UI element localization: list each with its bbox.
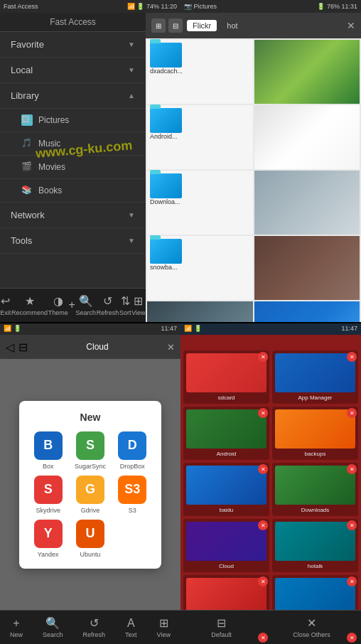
sort-button[interactable]: ⇅ Sort (119, 294, 131, 316)
recommend-label: Recommend (11, 309, 48, 316)
flickr-panel: ⊞ ⊟ Flickr hot ✕ dxadcach... Android... (146, 0, 361, 322)
exit-button[interactable]: ↩ Exit (0, 294, 11, 316)
tab-icon-1: ⊞ (151, 18, 166, 33)
app-card-close-7[interactable]: ✕ (347, 520, 357, 530)
photo-item-owl[interactable] (254, 236, 360, 300)
cloud-close-button[interactable]: ✕ (167, 342, 175, 353)
refresh-label: Refresh (97, 309, 119, 316)
cloud-home-icon[interactable]: ⊟ (18, 340, 28, 354)
tab-flickr[interactable]: Flickr (187, 20, 217, 31)
status-bar-bottom-right: 📶 🔋 11:47 (180, 322, 361, 335)
folder-label-3: Downloa... (150, 198, 180, 205)
flickr-close-button[interactable]: ✕ (347, 20, 355, 31)
app-card-4[interactable]: ✕ baidu (183, 463, 269, 516)
photo-item-2[interactable] (254, 105, 360, 169)
chevron-down-icon: ▼ (128, 41, 135, 48)
nav-item-favorite[interactable]: Favorite ▼ (0, 32, 146, 58)
photo-item-blue[interactable] (254, 301, 360, 322)
sub-item-music[interactable]: 🎵 Music (0, 132, 146, 156)
nav-item-local[interactable]: Local ▼ (0, 58, 146, 83)
cloud-search-button[interactable]: 🔍 Search (43, 616, 63, 638)
cloud-app-yandex[interactable]: Y Yandex (30, 520, 66, 558)
tools-label: Tools (11, 235, 32, 246)
movies-icon: 🎬 (21, 161, 33, 173)
books-label: Books (38, 186, 62, 195)
nav-item-network[interactable]: Network ▼ (0, 203, 146, 228)
app-card-7[interactable]: ✕ hotalk (272, 519, 358, 572)
cloud-app-box[interactable]: B Box (30, 431, 66, 470)
add-button[interactable]: + (69, 299, 75, 313)
chevron-down-icon-4: ▼ (128, 237, 135, 245)
search-icon: 🔍 (79, 294, 93, 308)
cloud-app-s3[interactable]: S3 S3 (114, 476, 151, 514)
folder-item-4[interactable]: snowba... (147, 236, 253, 300)
skydrive-label: Skydrive (36, 507, 60, 514)
sub-item-movies[interactable]: 🎬 Movies (0, 156, 146, 179)
theme-button[interactable]: ◑ Theme (48, 294, 68, 316)
app-card-close-8[interactable]: ✕ (258, 576, 268, 586)
folder-item-3[interactable]: Downloa... (147, 171, 253, 235)
app-card-close-11[interactable]: ✕ (347, 633, 357, 643)
nav-item-tools[interactable]: Tools ▼ (0, 228, 146, 254)
app-card-close-1[interactable]: ✕ (347, 352, 357, 362)
app-card-5[interactable]: ✕ Downloads (272, 463, 358, 516)
switcher-toolbar: ⊟ Default ✕ Close Others (180, 610, 361, 644)
close-others-button[interactable]: ✕ Close Others (293, 616, 330, 638)
folder-label-1: dxadcach... (150, 68, 183, 75)
app-preview-3 (275, 409, 355, 449)
default-button[interactable]: ⊟ Default (211, 616, 232, 638)
recommend-button[interactable]: ★ Recommend (11, 294, 48, 316)
app-card-close-4[interactable]: ✕ (258, 464, 268, 474)
app-card-close-0[interactable]: ✕ (258, 352, 268, 362)
sub-item-books[interactable]: 📚 Books (0, 179, 146, 203)
cloud-text-button[interactable]: A Text (125, 617, 137, 638)
app-card-close-10[interactable]: ✕ (258, 633, 268, 643)
view-icon: ⊞ (134, 294, 143, 308)
app-card-close-5[interactable]: ✕ (347, 464, 357, 474)
cloud-app-gdrive[interactable]: G Gdrive (72, 476, 108, 514)
app-card-close-2[interactable]: ✕ (258, 408, 268, 418)
cloud-app-dropbox[interactable]: D DropBox (114, 431, 151, 470)
app-name-label: Fast Access (4, 3, 38, 10)
cloud-refresh-button[interactable]: ↺ Refresh (83, 616, 106, 638)
app-label-7: hotalk (275, 563, 355, 569)
library-label: Library (11, 90, 39, 101)
cloud-app-skydrive[interactable]: S Skydrive (30, 476, 66, 514)
app-card-close-3[interactable]: ✕ (347, 408, 357, 418)
view-button[interactable]: ⊞ View (131, 294, 145, 316)
flickr-content: dxadcach... Android... Downloa... snowba… (146, 38, 361, 322)
cloud-back-icon[interactable]: ◁ (6, 340, 14, 354)
exit-label: Exit (0, 309, 11, 316)
photo-item-plane[interactable] (254, 171, 360, 235)
app-card-close-6[interactable]: ✕ (258, 520, 268, 530)
add-icon: + (69, 299, 75, 311)
app-card-close-9[interactable]: ✕ (347, 576, 357, 586)
refresh-button[interactable]: ↺ Refresh (97, 294, 119, 316)
app-label-4: baidu (186, 507, 266, 513)
app-card-0[interactable]: ✕ sdcard (183, 350, 269, 404)
photo-item-circle[interactable] (147, 301, 253, 322)
top-half: Fast Access 📶 🔋 74% 11:20 📷 Pictures 🔋 7… (0, 0, 361, 322)
close-others-label: Close Others (293, 631, 330, 638)
photo-item-1[interactable] (254, 40, 360, 104)
app-card-3[interactable]: ✕ backups (272, 407, 358, 460)
cloud-new-button[interactable]: + New (10, 617, 23, 638)
sub-item-pictures[interactable]: 🖼 Pictures (0, 109, 146, 132)
tab-hot[interactable]: hot (221, 20, 243, 31)
folder-item-2[interactable]: Android... (147, 105, 253, 169)
gdrive-icon: G (76, 476, 104, 504)
cloud-app-ubuntu[interactable]: U Ubuntu (72, 520, 108, 558)
cloud-app-sugarsync[interactable]: S SugarSync (72, 431, 108, 470)
nav-item-library[interactable]: Library ▲ (0, 83, 146, 109)
app-card-6[interactable]: ✕ Cloud (183, 519, 269, 572)
folder-item-1[interactable]: dxadcach... (147, 40, 253, 104)
app-label-0: sdcard (186, 395, 266, 401)
app-cards-grid: ✕ sdcard ✕ App Manager ✕ Android ✕ backu… (180, 348, 361, 644)
sugarsync-label: SugarSync (75, 463, 106, 470)
skydrive-icon: S (34, 476, 63, 504)
app-card-1[interactable]: ✕ App Manager (272, 350, 358, 404)
app-switcher-panel: ✕ sdcard ✕ App Manager ✕ Android ✕ backu… (180, 322, 361, 644)
search-button[interactable]: 🔍 Search (76, 294, 97, 316)
app-card-2[interactable]: ✕ Android (183, 407, 269, 460)
cloud-view-button[interactable]: ⊞ View (157, 616, 171, 638)
